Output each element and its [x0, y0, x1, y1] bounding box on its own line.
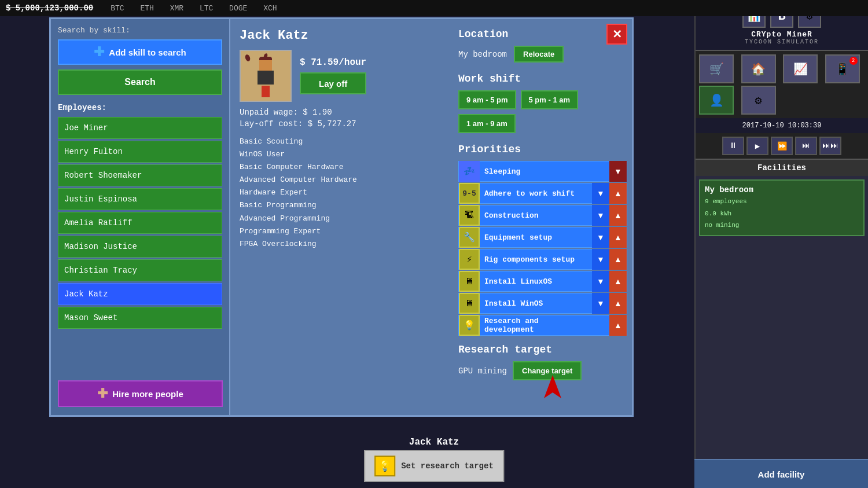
employee-madison-justice[interactable]: Madison Justice [58, 236, 222, 258]
employee-modal: ✕ Search by skill: ✚ Add skill to search… [49, 17, 634, 417]
person-icon-btn[interactable]: 👤 [699, 86, 734, 115]
search-button[interactable]: Search [58, 69, 222, 95]
priority-research-up[interactable]: ▲ [609, 315, 627, 336]
xch-label: XCH [263, 4, 277, 13]
doge-label: DOGE [229, 4, 247, 13]
priority-linuxos: 🖥 Install LinuxOS ▼ ▲ [458, 271, 627, 292]
skill-hardware-expert: Hardware Expert [240, 186, 441, 199]
priority-equipment-down[interactable]: ▼ [592, 227, 609, 248]
close-button[interactable]: ✕ [606, 24, 627, 45]
winos-icon: 🖥 [459, 293, 480, 314]
layoff-button[interactable]: Lay off [300, 72, 366, 94]
employee-justin-espinosa[interactable]: Justin Espinosa [58, 188, 222, 210]
settings-icon-btn[interactable]: ⚙️ [741, 86, 776, 115]
layoff-cost-label: Lay-off cost: [240, 119, 303, 129]
work-shift-icon: 9-5 [459, 183, 480, 204]
facility-mining: no mining [705, 221, 859, 230]
datetime-display: 2017-10-10 10:03:39 [696, 118, 868, 133]
skill-basic-programming: Basic Programming [240, 199, 441, 212]
location-row: My bedroom Relocate [458, 46, 627, 63]
rp-icons-grid: 🛒 🏠 📈 📱 2 👤 ⚙️ [696, 51, 868, 118]
search-by-skill-label: Search by skill: [58, 26, 222, 35]
employee-christian-tracy[interactable]: Christian Tracy [58, 259, 222, 281]
skills-list: Basic Scouting WinOS User Basic Computer… [240, 135, 441, 251]
add-facility-button[interactable]: Add facility [694, 459, 868, 488]
employee-name-title: Jack Katz [240, 28, 441, 43]
ltc-label: LTC [200, 4, 213, 13]
priority-equipment-label: Equipment setup [480, 233, 592, 242]
add-skill-label: Add skill to search [109, 47, 186, 57]
shift-buttons: 9 am - 5 pm 5 pm - 1 am 1 am - 9 am [458, 90, 627, 133]
layoff-cost-display: Lay-off cost: $ 5,727.27 [240, 119, 441, 129]
skill-programming-expert: Programming Expert [240, 225, 441, 238]
priority-linuxos-up[interactable]: ▲ [609, 271, 627, 292]
logo-subtitle: TYCOON SIMULATOR [745, 39, 819, 45]
priority-equipment-up[interactable]: ▲ [609, 227, 627, 248]
fastest-btn[interactable]: ⏭⏭ [819, 137, 841, 155]
priority-work-up[interactable]: ▲ [609, 183, 627, 204]
employee-amelia-ratliff[interactable]: Amelia Ratliff [58, 212, 222, 234]
priority-sleeping: 💤 Sleeping ▼ [458, 161, 627, 182]
eth-label: ETH [140, 4, 153, 13]
priority-rig-up[interactable]: ▲ [609, 249, 627, 270]
priority-equipment: 🔧 Equipment setup ▼ ▲ [458, 227, 627, 248]
shift-5pm-1am[interactable]: 5 pm - 1 am [521, 90, 579, 109]
priority-linuxos-label: Install LinuxOS [480, 277, 592, 286]
priority-construction-down[interactable]: ▼ [592, 205, 609, 226]
xmr-label: XMR [170, 4, 183, 13]
priority-linuxos-down[interactable]: ▼ [592, 271, 609, 292]
shop-icon-btn[interactable]: 🛒 [699, 54, 734, 83]
wage-display: $ 71.59/hour [300, 57, 366, 68]
research-target-value: GPU mining [458, 366, 507, 376]
fast-forward-btn[interactable]: ⏩ [771, 137, 793, 155]
employee-avatar [240, 50, 292, 102]
employee-joe-miner[interactable]: Joe Miner [58, 117, 222, 139]
priority-research-label: Research and development [480, 317, 592, 334]
unpaid-label: Unpaid wage: [240, 108, 298, 117]
profile-area: $ 71.59/hour Lay off [240, 50, 441, 102]
priority-sleeping-down[interactable]: ▼ [609, 161, 627, 182]
employee-henry-fulton[interactable]: Henry Fulton [58, 141, 222, 163]
rig-icon: ⚡ [459, 249, 480, 270]
work-shift-title: Work shift [458, 73, 627, 85]
priority-rig-down[interactable]: ▼ [592, 249, 609, 270]
priority-work-label: Adhere to work shift [480, 189, 592, 198]
faster-btn[interactable]: ⏭ [795, 137, 817, 155]
employee-jack-katz[interactable]: Jack Katz [58, 283, 222, 305]
mobile-icon-btn[interactable]: 📱 2 [825, 54, 860, 83]
research-target-section: Research target GPU mining Change target [458, 344, 627, 380]
skill-fpga-overclocking: FPGA Overclocking [240, 238, 441, 251]
priority-rig: ⚡ Rig components setup ▼ ▲ [458, 249, 627, 270]
priority-work-down[interactable]: ▼ [592, 183, 609, 204]
research-icon: 💡 [459, 315, 480, 336]
chart-icon-btn[interactable]: 📈 [783, 54, 818, 83]
change-target-button[interactable]: Change target [513, 361, 582, 380]
hire-more-people-button[interactable]: ✚ Hire more people [58, 380, 223, 407]
tooltip-box: 💡 Set research target [364, 450, 504, 482]
employee-robert-shoemaker[interactable]: Robert Shoemaker [58, 164, 222, 186]
tooltip-panel: Jack Katz 💡 Set research target [364, 437, 504, 482]
tooltip-employee-name: Jack Katz [409, 437, 459, 447]
facility-power: 0.0 kWh [705, 209, 859, 219]
relocate-button[interactable]: Relocate [514, 46, 564, 63]
research-target-title: Research target [458, 344, 627, 355]
employee-mason-sweet[interactable]: Mason Sweet [58, 307, 222, 329]
tooltip-action-icon: 💡 [374, 456, 395, 476]
priority-construction: 🏗 Construction ▼ ▲ [458, 205, 627, 226]
priority-winos-up[interactable]: ▲ [609, 293, 627, 314]
priority-construction-up[interactable]: ▲ [609, 205, 627, 226]
shift-9am-5pm[interactable]: 9 am - 5 pm [458, 90, 516, 109]
facility-card[interactable]: My bedroom 9 employees 0.0 kWh no mining [699, 179, 865, 236]
priority-winos-down[interactable]: ▼ [592, 293, 609, 314]
priority-research: 💡 Research and development ▼ ▲ [458, 315, 627, 336]
skill-winos-user: WinOS User [240, 148, 441, 161]
sleeping-icon: 💤 [459, 161, 480, 182]
shift-1am-9am[interactable]: 1 am - 9 am [458, 114, 516, 133]
priorities-list: 💤 Sleeping ▼ 9-5 Adhere to work shift ▼ … [458, 161, 627, 336]
pause-btn[interactable]: ⏸ [722, 137, 744, 155]
building-icon-btn[interactable]: 🏠 [741, 54, 776, 83]
play-btn[interactable]: ▶ [746, 137, 768, 155]
unpaid-value: $ 1.90 [303, 108, 332, 117]
logo-title: CRYpto MineR [751, 30, 812, 39]
add-skill-button[interactable]: ✚ Add skill to search [58, 39, 222, 65]
